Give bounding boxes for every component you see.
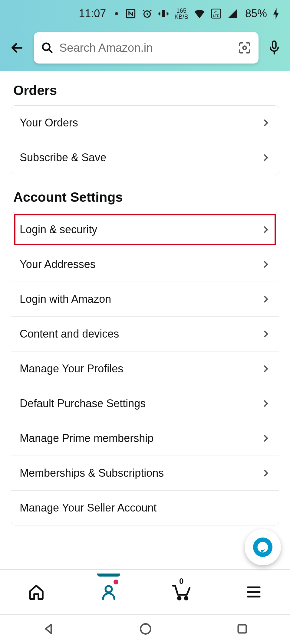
chevron-right-icon: [261, 469, 270, 478]
nav-home[interactable]: [18, 578, 54, 606]
row-subscribe-save[interactable]: Subscribe & Save: [11, 140, 279, 175]
svg-rect-2: [162, 10, 165, 17]
row-label: Manage Prime membership: [20, 432, 153, 445]
wifi-icon: [194, 9, 205, 18]
row-label: Subscribe & Save: [20, 151, 106, 164]
svg-text:Vo): Vo): [214, 10, 219, 14]
row-login-security[interactable]: Login & security: [11, 212, 279, 247]
notification-dot: [114, 580, 118, 584]
chevron-right-icon: [261, 153, 270, 162]
status-bar: 11:07 165 KB/S Vo)LTE 85%: [0, 0, 290, 27]
menu-icon: [246, 585, 262, 599]
status-time: 11:07: [79, 7, 106, 20]
svg-point-12: [178, 597, 180, 600]
row-memberships-subscriptions[interactable]: Memberships & Subscriptions: [11, 456, 279, 491]
search-input[interactable]: [59, 41, 232, 54]
svg-rect-8: [273, 41, 276, 48]
alarm-icon: [142, 8, 153, 19]
row-your-addresses[interactable]: Your Addresses: [11, 247, 279, 282]
row-label: Your Addresses: [20, 258, 96, 271]
volte-icon: Vo)LTE: [211, 8, 222, 19]
row-manage-seller-account[interactable]: Manage Your Seller Account: [11, 491, 279, 525]
svg-point-13: [185, 597, 187, 600]
row-label: Default Purchase Settings: [20, 397, 146, 410]
account-settings-heading: Account Settings: [13, 190, 279, 205]
content-area: Orders Your Orders Subscribe & Save Acco…: [0, 71, 290, 569]
row-manage-profiles[interactable]: Manage Your Profiles: [11, 351, 279, 386]
voice-search-button[interactable]: [266, 39, 283, 56]
triangle-back-icon: [42, 622, 55, 636]
svg-point-11: [106, 586, 112, 592]
back-button[interactable]: [7, 38, 27, 57]
battery-percentage: 85%: [245, 7, 267, 20]
nav-cart[interactable]: 0: [163, 578, 199, 606]
row-default-purchase-settings[interactable]: Default Purchase Settings: [11, 386, 279, 421]
account-settings-card: Login & security Your Addresses Login wi…: [11, 212, 279, 525]
system-nav-bar: [0, 614, 290, 644]
svg-point-7: [243, 46, 246, 50]
nav-menu[interactable]: [236, 578, 272, 606]
row-label: Manage Your Profiles: [20, 362, 123, 375]
camera-scan-icon[interactable]: [238, 41, 251, 54]
nfc-icon: [125, 8, 136, 19]
network-speed-icon: 165 KB/S: [174, 8, 188, 20]
chevron-right-icon: [261, 399, 270, 408]
signal-icon: [227, 9, 238, 18]
cart-icon: [172, 584, 191, 600]
arrow-left-icon: [9, 40, 25, 56]
app-header: [0, 27, 290, 71]
row-login-with-amazon[interactable]: Login with Amazon: [11, 282, 279, 317]
chevron-right-icon: [261, 434, 270, 443]
active-tab-indicator: [97, 574, 120, 577]
chevron-right-icon: [261, 260, 270, 269]
row-label: Your Orders: [20, 116, 78, 129]
row-label: Memberships & Subscriptions: [20, 467, 164, 479]
svg-rect-15: [238, 625, 246, 633]
row-your-orders[interactable]: Your Orders: [11, 106, 279, 140]
charging-icon: [272, 8, 280, 19]
square-recents-icon: [236, 623, 248, 635]
circle-home-icon: [139, 622, 152, 636]
row-content-devices[interactable]: Content and devices: [11, 317, 279, 351]
cart-count-badge: 0: [179, 577, 183, 586]
sys-recents-button[interactable]: [236, 623, 248, 636]
mic-icon: [268, 40, 281, 56]
status-separator-dot: [115, 12, 118, 15]
chevron-right-icon: [261, 118, 270, 127]
search-icon: [41, 42, 53, 54]
row-label: Login with Amazon: [20, 293, 111, 306]
chevron-right-icon: [261, 295, 270, 304]
home-icon: [28, 584, 45, 600]
search-box[interactable]: [34, 32, 259, 64]
alexa-fab[interactable]: [245, 529, 281, 565]
bottom-nav: 0: [0, 569, 290, 614]
highlight-annotation: [14, 214, 276, 245]
row-label: Manage Your Seller Account: [20, 502, 157, 514]
sys-home-button[interactable]: [139, 622, 152, 637]
nav-account[interactable]: [91, 578, 127, 606]
orders-card: Your Orders Subscribe & Save: [11, 105, 279, 175]
sys-back-button[interactable]: [42, 622, 55, 637]
row-label: Content and devices: [20, 328, 119, 340]
chevron-right-icon: [261, 364, 270, 373]
chevron-right-icon: [261, 329, 270, 338]
vibrate-icon: [158, 8, 169, 19]
orders-heading: Orders: [13, 83, 279, 98]
alexa-icon: [252, 537, 273, 558]
svg-text:LTE: LTE: [213, 14, 219, 18]
user-icon: [100, 584, 117, 600]
row-manage-prime[interactable]: Manage Prime membership: [11, 421, 279, 456]
svg-point-14: [140, 624, 150, 634]
